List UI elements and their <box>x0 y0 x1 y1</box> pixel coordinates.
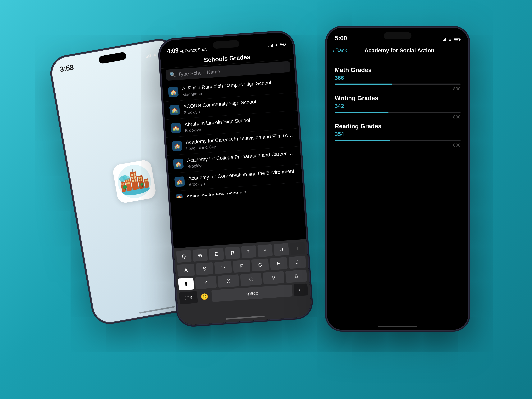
schools-list-title: Schools Grades <box>204 53 250 63</box>
svg-rect-25 <box>145 180 146 182</box>
key-a[interactable]: A <box>177 264 195 277</box>
key-z[interactable]: Z <box>195 276 217 289</box>
phones-container: 3:58 ▲ <box>44 19 488 380</box>
reading-grade-section: Reading Grades 354 800 <box>335 123 461 141</box>
app-icon[interactable] <box>112 159 157 204</box>
key-123[interactable]: 123 <box>179 291 198 304</box>
reading-grade-max: 800 <box>453 143 461 148</box>
svg-rect-4 <box>121 183 123 185</box>
phone-middle: 4:09 ◀ DanceSpot ▲ <box>159 32 312 326</box>
key-v[interactable]: V <box>263 271 285 285</box>
key-f[interactable]: F <box>233 260 250 273</box>
reading-grade-bar: 800 <box>335 140 461 141</box>
wifi-icon-left: ▲ <box>152 52 157 57</box>
math-grade-bar: 800 <box>335 83 461 85</box>
school-icon-7: 🏫 <box>176 194 183 198</box>
svg-rect-5 <box>123 183 124 184</box>
dynamic-island-right <box>384 32 412 39</box>
key-return[interactable]: ↩ <box>293 284 308 296</box>
key-r[interactable]: R <box>225 247 240 259</box>
school-detail-title: Academy for Social Action <box>347 47 452 54</box>
writing-grade-section: Writing Grades 342 800 <box>335 95 461 113</box>
key-emoji[interactable]: 🙂 <box>199 290 211 303</box>
back-nav: ‹ Back Academy for Social Action <box>327 44 468 57</box>
key-d[interactable]: D <box>214 261 232 274</box>
grades-content: Math Grades 366 800 Writing Grades 342 8… <box>327 58 468 159</box>
key-t[interactable]: T <box>241 245 256 258</box>
key-shift[interactable]: ⬆ <box>178 278 194 290</box>
svg-rect-26 <box>146 180 148 181</box>
battery-icon-right <box>454 38 461 41</box>
home-indicator-left <box>139 306 175 314</box>
key-w[interactable]: W <box>192 249 208 262</box>
key-h[interactable]: H <box>270 257 288 270</box>
math-grade-bar-fill <box>335 83 392 85</box>
signal-icon-right <box>442 38 446 41</box>
schools-list: 🏫 A. Philip Randolph Campus High School … <box>162 75 306 248</box>
math-grade-section: Math Grades 366 800 <box>335 66 461 85</box>
signal-icon-left <box>145 53 151 58</box>
time-left: 3:58 <box>59 63 74 73</box>
carrier-middle: ◀ DanceSpot <box>180 47 207 54</box>
writing-grade-value: 342 <box>335 103 461 109</box>
math-grade-value: 366 <box>335 75 461 81</box>
key-q[interactable]: Q <box>176 250 191 263</box>
key-e[interactable]: E <box>209 247 224 260</box>
keyboard: Q W E R T Y U I A S D F G H J <box>174 239 312 326</box>
wifi-icon-right: ▲ <box>448 38 452 42</box>
reading-grade-label: Reading Grades <box>335 123 461 130</box>
school-icon-5: 🏫 <box>173 158 184 169</box>
battery-icon-middle <box>280 43 286 46</box>
wifi-icon-middle: ▲ <box>274 43 278 47</box>
app-icon-container <box>112 159 157 204</box>
time-middle: 4:09 <box>167 47 179 55</box>
key-c[interactable]: C <box>240 273 262 286</box>
status-icons-right: ▲ <box>442 38 461 42</box>
school-icon-2: 🏫 <box>169 105 180 115</box>
back-chevron-icon: ‹ <box>332 47 334 54</box>
reading-grade-bar-fill <box>335 140 390 141</box>
school-icon-6: 🏫 <box>174 176 185 187</box>
writing-grade-bar-fill <box>335 112 388 113</box>
key-x[interactable]: X <box>217 274 239 288</box>
back-label: Back <box>336 48 347 53</box>
math-grade-max: 800 <box>453 86 461 91</box>
phone-right: 5:00 ▲ <box>327 28 468 330</box>
key-s[interactable]: S <box>196 262 213 275</box>
status-icons-middle: ▲ <box>268 42 286 48</box>
home-indicator-right <box>378 326 417 327</box>
key-j[interactable]: J <box>288 256 306 269</box>
writing-grade-label: Writing Grades <box>335 95 461 101</box>
school-icon-3: 🏫 <box>171 123 181 133</box>
writing-grade-max: 800 <box>453 114 461 120</box>
key-g[interactable]: G <box>251 258 269 271</box>
math-grade-label: Math Grades <box>335 66 461 73</box>
school-icon-4: 🏫 <box>172 140 183 151</box>
key-b[interactable]: B <box>285 270 307 283</box>
time-right: 5:00 <box>335 34 347 42</box>
reading-grade-value: 354 <box>335 131 461 137</box>
writing-grade-bar: 800 <box>335 112 461 113</box>
search-icon: 🔍 <box>169 72 176 78</box>
back-button[interactable]: ‹ Back <box>332 47 347 54</box>
key-i-partial[interactable]: I <box>290 242 305 255</box>
key-u[interactable]: U <box>274 243 289 256</box>
key-y[interactable]: Y <box>257 244 273 257</box>
school-icon-1: 🏫 <box>168 87 179 97</box>
